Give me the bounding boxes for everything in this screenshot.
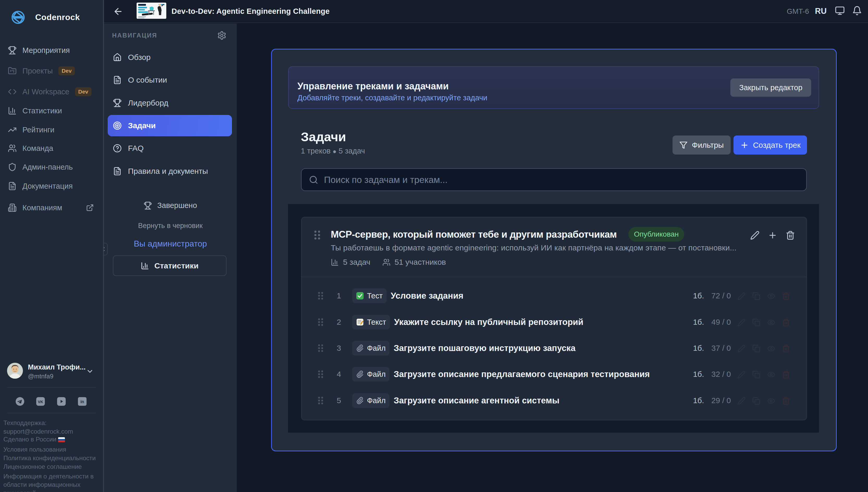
svg-text:VK: VK	[38, 399, 43, 404]
svg-text:in: in	[80, 399, 84, 404]
